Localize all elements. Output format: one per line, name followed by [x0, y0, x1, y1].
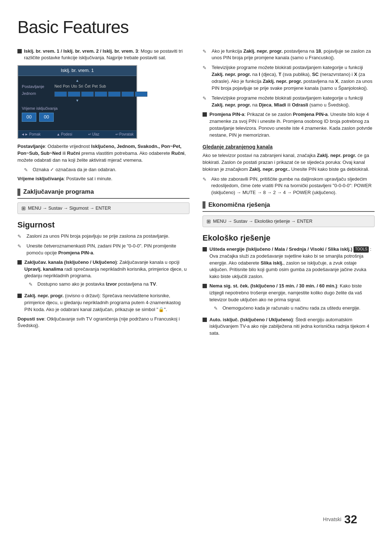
intro-text: Isklj. br. vrem. 1 / Isklj. br. vrem. 2 …	[24, 48, 189, 62]
list-item: Nema sig. st. ček. (Isključeno / 15 min.…	[203, 283, 375, 314]
bullet-icon	[203, 284, 207, 288]
bullet-icon	[17, 260, 22, 265]
list-item: Auto. isključ. (Isključeno / Uključeno):…	[203, 317, 375, 337]
zakljucavanje-menu: ⊞ MENU → Sustav → Sigurnost → ENTER	[17, 202, 189, 214]
ekolosko-title: Ekološko rješenje	[203, 232, 375, 244]
tv-day-blocks	[54, 92, 147, 97]
note-icon-r2: ✎	[203, 65, 209, 72]
sub-note: ✎ Dostupno samo ako je postavka Izvor po…	[24, 281, 189, 288]
menu-icon: ⊞	[21, 205, 26, 212]
tv-time-row: 00 00	[22, 113, 133, 122]
sub-note2: ✎ Onemogućeno kada je računalo u načinu …	[209, 305, 375, 312]
left-column: Isklj. br. vrem. 1 / Isklj. br. vrem. 2 …	[17, 48, 189, 341]
list-item: ✎ Ako je funkcija Zaklj. nepr. progr. po…	[203, 48, 375, 62]
list-item: Zaklj. nepr. progr. (ovisno o državi): S…	[17, 293, 189, 313]
sigurnost-list: ✎ Zasloni za unos PIN broja pojavljuju s…	[17, 233, 189, 329]
note-pencil-icon: ✎	[24, 167, 30, 174]
postavljanje-info: Postavljanje: Odaberite vrijednost Isklj…	[17, 143, 189, 164]
ekonomicna-menu: ⊞ MENU → Sustav → Ekološko rješenje → EN…	[203, 215, 375, 227]
bullet-icon	[17, 294, 22, 298]
tv-body: ▲ Postavljanje Ned Pon Uto Sri Čet Pet S…	[18, 76, 136, 130]
list-item: Ušteda energije (Isključeno / Mala / Sre…	[203, 246, 375, 280]
tv-days: Ned Pon Uto Sri Čet Pet Sub	[54, 84, 106, 89]
tv-header: Isklj. br. vrem. 1	[18, 66, 136, 76]
vrijeme-info: Vrijeme isključivanja: Postavite sat i m…	[17, 176, 189, 182]
note-icon-1: ✎	[17, 233, 24, 240]
ekonomicna-section-header: Ekonomična rješenja	[203, 201, 375, 212]
list-item: ✎ Zasloni za unos PIN broja pojavljuju s…	[17, 233, 189, 240]
zakljucavanje-title: Zaključavanje programa	[23, 188, 94, 197]
ekolosko-list: Ušteda energije (Isključeno / Mala / Sre…	[203, 246, 375, 337]
page-num: 32	[344, 511, 357, 528]
bullet-icon	[203, 247, 207, 251]
page-title: Basic Features	[17, 15, 375, 40]
sigurnost-title: Sigurnost	[17, 219, 189, 231]
tv-footer: ◄► Pomak ▲ Podesi ↵ Ulaz ↩ Povratak	[18, 130, 136, 138]
bullet-icon	[17, 49, 22, 53]
right-notes-list: ✎ Ako je funkcija Zaklj. nepr. progr. po…	[203, 48, 375, 139]
bullet-icon	[203, 112, 207, 117]
list-item: ✎ Televizijske programe možete blokirati…	[203, 95, 375, 109]
page-lang: Hrvatski	[323, 516, 342, 523]
oznaka-note: ✎ Oznaka ✓ označava da je dan odabran.	[17, 166, 189, 174]
ekonomicna-title: Ekonomična rješenja	[208, 201, 270, 210]
note-icon-gledanje: ✎	[203, 176, 209, 183]
gledanje-note: ✎ Ako ste zaboravili PIN, pritiščite gum…	[203, 176, 375, 197]
section-bar-icon2	[203, 201, 205, 209]
note-icon-sub2: ✎	[214, 305, 220, 312]
note-icon-sub: ✎	[29, 281, 35, 288]
list-item: ✎ Televizijske programe možete blokirati…	[203, 64, 375, 92]
list-item-dopusti: Dopusti sve: Otključavanje svih TV ogran…	[17, 316, 189, 330]
menu-icon2: ⊞	[207, 218, 211, 225]
note-icon-2: ✎	[17, 243, 24, 250]
note-icon-r3: ✎	[203, 95, 209, 102]
zakljucavanje-section-header: Zaključavanje programa	[17, 188, 189, 199]
list-item: Promjena PIN-a: Prikazat će se zaslon Pr…	[203, 111, 375, 138]
tools-badge: TOOLS	[354, 246, 369, 253]
list-item: Zaključav. kanala (Isključeno / Uključen…	[17, 259, 189, 290]
tv-screen-mockup: Isklj. br. vrem. 1 ▲ Postavljanje Ned Po…	[17, 65, 137, 139]
note-icon-r1: ✎	[203, 48, 209, 55]
page-number-area: Hrvatski 32	[323, 511, 357, 528]
bullet-icon	[203, 318, 207, 322]
list-item: ✎ Unesite četveroznamenkasti PIN, zadani…	[17, 243, 189, 257]
right-column: ✎ Ako je funkcija Zaklj. nepr. progr. po…	[203, 48, 375, 341]
section-bar-icon	[17, 189, 20, 196]
gledanje-section-title: Gledanje zabranjenog kanala	[203, 143, 375, 150]
gledanje-text: Ako se televizor postavi na zabranjeni k…	[203, 152, 375, 173]
